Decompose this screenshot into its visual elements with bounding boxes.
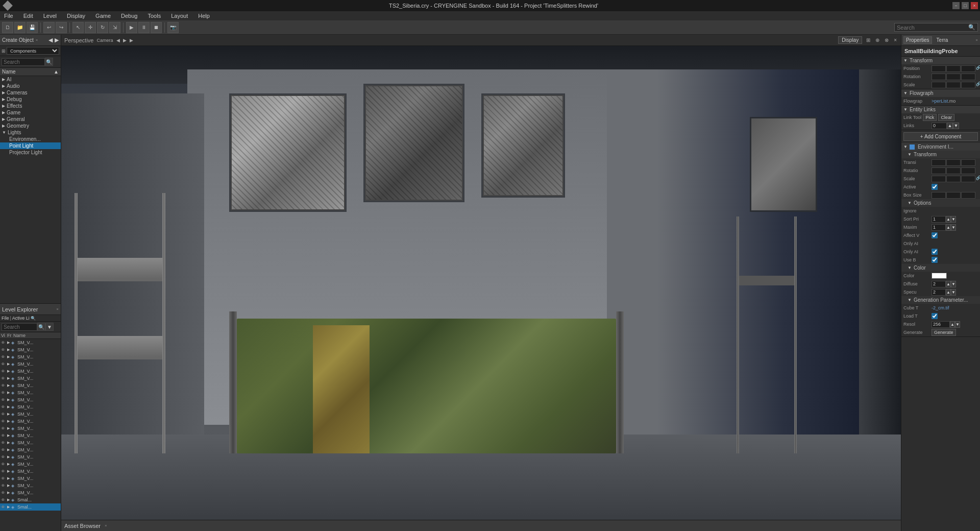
env-box-size-z[interactable] (961, 192, 975, 199)
viewport-grid-icon[interactable]: ⊞ (865, 37, 871, 43)
le-row[interactable]: 👁 ▶ ◈ SM_V... (0, 353, 61, 360)
tree-item-effects[interactable]: ▶Effects (0, 103, 61, 109)
le-row[interactable]: 👁 ▶ ◈ SM_V... (0, 403, 61, 411)
le-search-input[interactable] (2, 323, 37, 331)
create-object-nav-right[interactable]: ▶ (55, 37, 59, 43)
tb-scale-btn[interactable]: ⇲ (109, 22, 120, 33)
viewport-nav-right[interactable]: ▶ (123, 38, 127, 43)
le-row[interactable]: 👁 ▶ ◈ SM_V... (0, 375, 61, 382)
env-rotatic-y[interactable] (946, 167, 961, 174)
le-row[interactable]: 👁 ▶ ◈ SM_V... (0, 418, 61, 425)
le-search-btn[interactable]: 🔍 (37, 323, 45, 331)
tb-move-btn[interactable]: ✛ (85, 22, 96, 33)
scale-x[interactable] (932, 82, 946, 88)
le-row[interactable]: 👁 ▶ ◈ SM_V... (0, 360, 61, 368)
tb-pause-btn[interactable]: ⏸ (138, 22, 150, 33)
menu-level[interactable]: Level (41, 13, 59, 19)
le-row[interactable]: 👁 ▶ ◈ SM_V... (0, 382, 61, 389)
links-down-btn[interactable]: ▼ (953, 123, 959, 129)
tree-item-game[interactable]: ▶Game (0, 109, 61, 116)
specular-up[interactable]: ▲ (946, 289, 951, 296)
color-header[interactable]: ▼ Color (901, 264, 980, 272)
tree-item-ai[interactable]: ▶AI (0, 76, 61, 83)
env-transform-header[interactable]: ▼ Transform (901, 151, 980, 158)
right-panel-close[interactable]: × (975, 38, 978, 42)
env-scale-y[interactable] (946, 176, 961, 182)
maxim-up[interactable]: ▲ (946, 224, 951, 231)
tb-undo-btn[interactable]: ↩ (43, 22, 55, 33)
only-ai-2-checkbox[interactable] (932, 249, 938, 255)
minimize-button[interactable]: − (952, 2, 960, 9)
maximize-button[interactable]: □ (962, 2, 969, 9)
le-row[interactable]: 👁 ▶ ◈ SM_V... (0, 489, 61, 496)
tree-item-debug[interactable]: ▶Debug (0, 96, 61, 103)
environment-header[interactable]: ▼ Environment I... (901, 143, 980, 151)
viewport-ortho-icon[interactable]: ⊗ (884, 37, 890, 43)
left-search-input[interactable] (2, 58, 45, 66)
menu-file[interactable]: File (2, 13, 15, 19)
clear-button[interactable]: Clear (938, 114, 954, 121)
le-row[interactable]: 👁 ▶ ◈ SM_V... (0, 468, 61, 475)
tb-select-btn[interactable]: ↖ (72, 22, 84, 33)
le-row[interactable]: 👁 ▶ ◈ Smal... (0, 496, 61, 503)
tb-camera-btn[interactable]: 📷 (167, 22, 179, 33)
le-row[interactable]: 👁 ▶ ◈ SM_V... (0, 425, 61, 432)
env-transit-z[interactable] (961, 159, 975, 166)
viewport-close-icon[interactable]: × (893, 37, 898, 43)
diffuse-value[interactable] (932, 281, 946, 287)
diffuse-up[interactable]: ▲ (946, 281, 951, 287)
le-row[interactable]: 👁 ▶ ◈ SM_V... (0, 432, 61, 439)
tb-open-btn[interactable]: 📁 (14, 22, 26, 33)
le-row[interactable]: 👁 ▶ ◈ SM_V... (0, 396, 61, 403)
le-filter-btn[interactable]: ▼ (45, 323, 54, 331)
tb-save-btn[interactable]: 💾 (27, 22, 38, 33)
color-swatch[interactable] (932, 273, 947, 279)
create-object-nav-left[interactable]: ◀ (48, 37, 53, 43)
transform-header[interactable]: ▼ Transform (901, 57, 980, 64)
le-toolbar-btn[interactable]: 🔍 (31, 316, 36, 321)
position-y[interactable] (946, 65, 961, 72)
menu-debug[interactable]: Debug (119, 13, 139, 19)
sort-pri-up[interactable]: ▲ (946, 216, 951, 223)
menu-display[interactable]: Display (65, 13, 87, 19)
tb-stop-btn[interactable]: ⏹ (151, 22, 162, 33)
close-button[interactable]: × (971, 2, 978, 9)
links-up-btn[interactable]: ▲ (947, 123, 953, 129)
create-object-close[interactable]: × (36, 38, 38, 42)
tb-play-btn[interactable]: ▶ (126, 22, 137, 33)
menu-layout[interactable]: Layout (169, 13, 190, 19)
flowgraph-header[interactable]: ▼ Flowgraph (901, 89, 980, 97)
le-row[interactable]: 👁 ▶ ◈ SM_V... (0, 389, 61, 396)
le-row[interactable]: 👁 ▶ ◈ SM_V... (0, 346, 61, 353)
pick-button[interactable]: Pick (923, 114, 937, 121)
tree-item-projector-light[interactable]: Projector Light (0, 149, 61, 156)
menu-edit[interactable]: Edit (21, 13, 35, 19)
le-row[interactable]: 👁 ▶ ◈ SM_V... (0, 339, 61, 346)
env-active-checkbox[interactable] (932, 184, 938, 190)
toolbar-search-input[interactable] (897, 25, 968, 31)
sort-pri-down[interactable]: ▼ (951, 216, 956, 223)
tree-item-point-light[interactable]: Point Light (0, 142, 61, 149)
specular-down[interactable]: ▼ (951, 289, 956, 296)
le-row[interactable]: 👁 ▶ ◈ SM_V... (0, 482, 61, 489)
sort-pri-value[interactable] (932, 216, 946, 223)
viewport-nav-forward[interactable]: ▶ (130, 38, 133, 43)
add-component-button[interactable]: + Add Component (903, 132, 978, 141)
le-row[interactable]: 👁 ▶ ◈ SM_V... (0, 475, 61, 482)
le-row[interactable]: 👁 ▶ ◈ SM_V... (0, 439, 61, 446)
gen-params-header[interactable]: ▼ Generation Parameter... (901, 296, 980, 304)
tree-item-general[interactable]: ▶General (0, 116, 61, 123)
env-rotatic-z[interactable] (961, 167, 975, 174)
tree-item-geometry[interactable]: ▶Geometry (0, 123, 61, 129)
viewport-snap-icon[interactable]: ⊕ (874, 37, 880, 43)
specular-value[interactable] (932, 289, 946, 296)
viewport-camera-label[interactable]: Camera (96, 38, 113, 43)
components-dropdown[interactable]: Components (7, 47, 59, 55)
use-b-checkbox[interactable] (932, 257, 938, 263)
env-box-size-x[interactable] (932, 192, 946, 199)
load-t-checkbox[interactable] (932, 313, 938, 319)
le-row[interactable]: 👁 ▶ ◈ SM_V... (0, 411, 61, 418)
tb-redo-btn[interactable]: ↪ (56, 22, 67, 33)
tb-new-btn[interactable]: 🗋 (2, 22, 13, 33)
left-search-button[interactable]: 🔍 (45, 58, 53, 66)
